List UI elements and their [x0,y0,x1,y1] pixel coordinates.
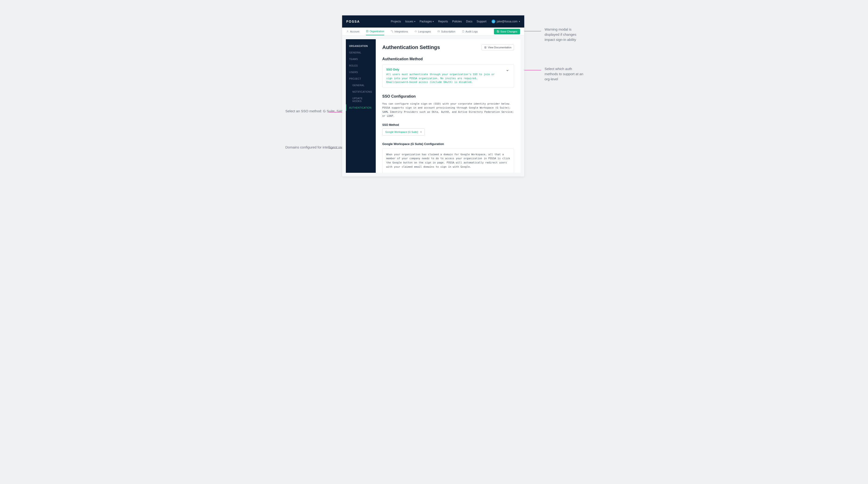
view-documentation-button[interactable]: View Documentation [482,44,514,51]
caret-down-icon: ▾ [519,20,520,23]
sidebar-item-project[interactable]: PROJECT [346,75,376,82]
sidebar: ORGANIZATION GENERAL TEAMS ROLES USERS P… [346,39,376,173]
nav-policies[interactable]: Policies [452,20,462,23]
book-icon [484,46,487,49]
gsuite-config-box: When your organization has claimed a dom… [382,149,514,173]
cloud-icon [414,30,417,33]
sso-method-select[interactable]: Google Workspace (G Suite) ▾ [382,128,425,136]
nav-reports[interactable]: Reports [438,20,448,23]
sub-nav: Account Organization Integrations Langua… [342,28,524,35]
subnav-organization-label: Organization [370,30,384,33]
gsuite-config-title: Google Workspace (G Suite) Configuration [382,142,514,146]
file-icon [462,30,464,33]
sidebar-item-project-general[interactable]: GENERAL [346,82,376,89]
sidebar-item-project-update-hooks[interactable]: UPDATE HOOKS [346,95,376,104]
gsuite-config-description: When your organization has claimed a dom… [386,153,510,169]
subnav-organization[interactable]: Organization [366,28,384,35]
subnav-subscription-label: Subscription [441,30,455,33]
app-window: FOSSA Projects Issues ▾ Packages ▾ Repor… [342,15,524,176]
sidebar-item-project-notifications[interactable]: NOTIFICATIONS [346,89,376,95]
caret-down-icon: ▾ [414,20,415,23]
annotation-auth-method: Select which auth methods to support at … [545,66,584,82]
subnav-integrations-label: Integrations [395,30,408,33]
annotation-save-changes: Warning modal is displayed if changes im… [545,27,584,42]
caret-down-icon: ▾ [420,130,422,134]
nav-issues-label: Issues [405,20,413,23]
integrations-icon [391,30,393,33]
auth-method-expand[interactable] [505,68,510,74]
save-changes-button[interactable]: Save Changes [494,29,520,34]
sidebar-item-roles[interactable]: ROLES [346,62,376,69]
chevron-down-icon [506,69,509,72]
content-header: Authentication Settings View Documentati… [382,44,514,51]
save-icon [497,30,499,33]
sso-config-description: You can configure single sign-on (SSO) w… [382,102,514,118]
svg-rect-4 [438,31,439,32]
nav-projects[interactable]: Projects [391,20,401,23]
auth-method-description: All users must authenticate through your… [386,73,502,84]
subnav-integrations[interactable]: Integrations [391,28,408,35]
building-icon [366,30,369,32]
subnav-subscription[interactable]: Subscription [437,28,455,35]
subnav-account-label: Account [350,30,360,33]
sso-method-value: Google Workspace (G Suite) [385,130,418,133]
save-changes-label: Save Changes [500,30,517,33]
top-nav: FOSSA Projects Issues ▾ Packages ▾ Repor… [342,15,524,28]
svg-point-2 [391,30,392,31]
svg-point-3 [392,32,393,32]
sidebar-header-organization: ORGANIZATION [346,43,376,49]
page-title: Authentication Settings [382,44,440,51]
power-icon [492,20,495,23]
subnav-audit-logs-label: Audit Logs [466,30,478,33]
sidebar-item-authentication[interactable]: AUTHENTICATION [346,104,376,111]
sso-config-heading: SSO Configuration [382,94,514,99]
sidebar-item-teams[interactable]: TEAMS [346,56,376,62]
auth-method-title: SSO Only [386,68,502,71]
main-area: ORGANIZATION GENERAL TEAMS ROLES USERS P… [342,35,524,176]
user-email: jake@fossa.com [497,20,518,23]
brand-logo: FOSSA [346,20,360,23]
subnav-audit-logs[interactable]: Audit Logs [462,28,478,35]
nav-packages[interactable]: Packages ▾ [420,20,434,23]
user-icon [346,30,349,33]
sso-method-label: SSO Method [382,123,514,127]
arrow-line [522,31,541,31]
subnav-languages[interactable]: Languages [414,28,431,35]
card-icon [437,30,440,33]
content-panel: Authentication Settings View Documentati… [376,39,521,173]
view-documentation-label: View Documentation [488,46,512,49]
svg-point-0 [347,31,348,32]
nav-issues[interactable]: Issues ▾ [405,20,415,23]
subnav-account[interactable]: Account [346,28,360,35]
sidebar-item-users[interactable]: USERS [346,69,376,75]
sidebar-item-general[interactable]: GENERAL [346,49,376,56]
user-menu[interactable]: jake@fossa.com ▾ [492,20,520,23]
nav-support[interactable]: Support [476,20,487,23]
nav-docs[interactable]: Docs [466,20,472,23]
subnav-languages-label: Languages [418,30,431,33]
caret-down-icon: ▾ [433,20,434,23]
auth-method-selector[interactable]: SSO Only All users must authenticate thr… [382,64,514,88]
canvas: Select an SSO method: G Suite, SAML, or … [263,0,605,191]
auth-method-heading: Authentication Method [382,57,514,61]
nav-packages-label: Packages [420,20,432,23]
